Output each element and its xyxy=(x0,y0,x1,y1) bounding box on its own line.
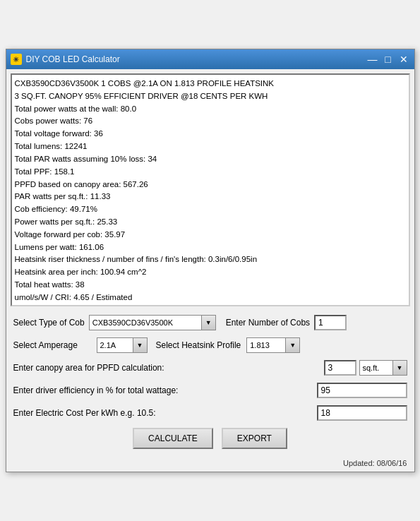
output-line: Total voltage forward: 36 xyxy=(15,128,406,140)
cob-type-chevron-icon: ▼ xyxy=(205,319,212,326)
sqft-chevron-icon: ▼ xyxy=(397,364,403,371)
amperage-row: Select Amperage ▼ Select Heatsink Profil… xyxy=(13,337,407,353)
amperage-input[interactable] xyxy=(97,337,133,353)
heatsink-chevron-icon: ▼ xyxy=(289,342,296,349)
output-display[interactable]: CXB3590CD36V3500K 1 COBS @2.1A ON 1.813 … xyxy=(11,73,410,306)
sqft-select-wrapper: ▼ xyxy=(359,360,407,376)
minimize-button[interactable]: — xyxy=(366,53,379,66)
export-button[interactable]: EXPORT xyxy=(222,428,287,449)
heatsink-select-wrapper: ▼ xyxy=(246,337,300,353)
output-line: Heatsink area per inch: 100.94 cm^2 xyxy=(15,266,406,279)
sqft-display[interactable] xyxy=(359,360,393,376)
electric-cost-input[interactable] xyxy=(317,405,407,421)
output-line: Total lumens: 12241 xyxy=(15,140,406,153)
cob-type-select-wrapper: ▼ xyxy=(89,315,216,330)
driver-efficiency-label: Enter driver efficiency in % for total w… xyxy=(13,385,317,395)
electric-cost-row: Enter Electric Cost Per kWh e.g. 10.5: xyxy=(13,405,407,421)
num-cobs-input[interactable] xyxy=(314,315,347,330)
cob-type-input[interactable] xyxy=(89,315,202,330)
output-line: Heatsink riser thickness / number of fin… xyxy=(15,253,406,266)
maximize-button[interactable]: □ xyxy=(382,53,395,66)
output-line: Cob efficiency: 49.71% xyxy=(15,203,406,216)
output-line: PAR watts per sq.ft.: 11.33 xyxy=(15,191,406,203)
driver-efficiency-input[interactable] xyxy=(317,383,407,398)
num-cobs-label: Enter Number of Cobs xyxy=(226,318,310,328)
output-line: Total PAR watts assuming 10% loss: 34 xyxy=(15,153,406,166)
canopy-input[interactable] xyxy=(324,360,356,376)
output-line: Total power watts at the wall: 80.0 xyxy=(15,103,406,116)
window-controls: — □ ✕ xyxy=(366,53,410,66)
heatsink-dropdown-button[interactable]: ▼ xyxy=(286,337,300,353)
output-line: Power watts per sq.ft.: 25.33 xyxy=(15,216,406,229)
footer: Updated: 08/06/16 xyxy=(6,459,414,472)
title-bar: ☀ DIY COB LED Calculator — □ ✕ xyxy=(6,49,414,69)
driver-efficiency-row: Enter driver efficiency in % for total w… xyxy=(13,383,407,398)
output-line: Lumens per watt: 161.06 xyxy=(15,241,406,254)
amperage-select-wrapper: ▼ xyxy=(97,337,148,353)
main-window: ☀ DIY COB LED Calculator — □ ✕ CXB3590CD… xyxy=(6,49,415,472)
amperage-dropdown-button[interactable]: ▼ xyxy=(133,337,148,353)
cob-type-row: Select Type of Cob ▼ Enter Number of Cob… xyxy=(13,315,407,330)
sqft-dropdown-button[interactable]: ▼ xyxy=(393,360,407,376)
calculate-button[interactable]: CALCULATE xyxy=(133,428,213,449)
updated-text: Updated: 08/06/16 xyxy=(343,459,407,467)
output-line: CXB3590CD36V3500K 1 COBS @2.1A ON 1.813 … xyxy=(15,78,406,90)
output-line: Heatsink length passive cooling @120cm^2… xyxy=(15,304,406,306)
heatsink-input[interactable] xyxy=(246,337,286,353)
output-line: Cobs power watts: 76 xyxy=(15,115,406,128)
amperage-chevron-icon: ▼ xyxy=(137,342,143,349)
cob-type-label: Select Type of Cob xyxy=(13,318,85,328)
output-line: PPFD based on canopy area: 567.26 xyxy=(15,179,406,191)
controls-area: Select Type of Cob ▼ Enter Number of Cob… xyxy=(6,311,414,459)
output-line: Total heat watts: 38 xyxy=(15,279,406,292)
button-row: CALCULATE EXPORT xyxy=(13,428,407,449)
amperage-label: Select Amperage xyxy=(13,340,91,350)
electric-cost-label: Enter Electric Cost Per kWh e.g. 10.5: xyxy=(13,408,317,418)
app-icon: ☀ xyxy=(11,54,22,65)
canopy-row: Enter canopy area for PPFD calculation: … xyxy=(13,360,407,376)
output-line: 3 SQ.FT. CANOPY 95% EFFICIENT DRIVER @18… xyxy=(15,90,406,103)
canopy-label: Enter canopy area for PPFD calculation: xyxy=(13,363,324,373)
cob-type-dropdown-button[interactable]: ▼ xyxy=(202,315,216,330)
output-line: Total PPF: 158.1 xyxy=(15,166,406,179)
window-title: DIY COB LED Calculator xyxy=(26,54,366,64)
heatsink-label: Select Heatsink Profile xyxy=(156,340,241,350)
output-line: Voltage forward per cob: 35.97 xyxy=(15,229,406,241)
close-button[interactable]: ✕ xyxy=(397,53,410,66)
output-line: umol/s/W / CRI: 4.65 / Estimated xyxy=(15,292,406,304)
